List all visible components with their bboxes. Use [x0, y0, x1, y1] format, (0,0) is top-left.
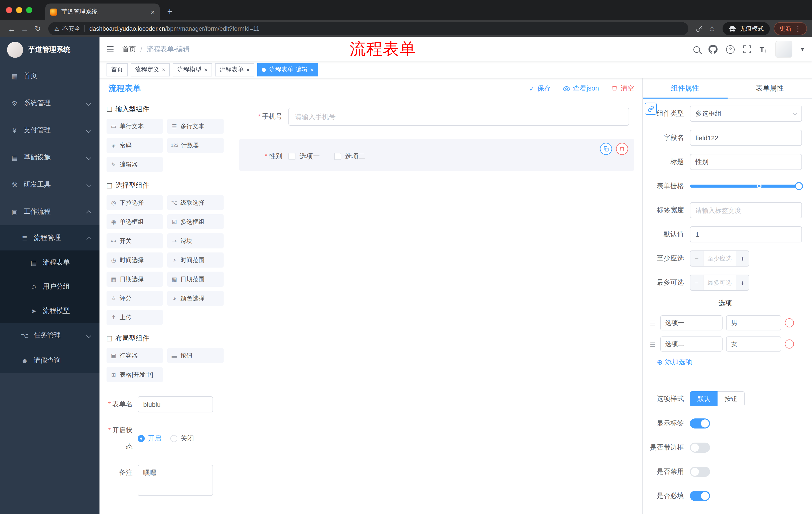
- zoom-window-button[interactable]: [26, 7, 32, 13]
- copy-component-button[interactable]: [600, 143, 612, 155]
- option-name-input[interactable]: [660, 336, 723, 352]
- phone-input[interactable]: [288, 108, 629, 126]
- new-tab-button[interactable]: [163, 4, 177, 19]
- component-row-container[interactable]: ▣行容器: [107, 348, 163, 363]
- close-icon[interactable]: [204, 66, 207, 73]
- form-name-input[interactable]: [138, 396, 213, 412]
- forward-button[interactable]: [18, 22, 31, 35]
- option-name-input[interactable]: [660, 315, 723, 330]
- view-json-button[interactable]: 查看json: [563, 84, 599, 93]
- sidebar-item-process-model[interactable]: ➤ 流程模型: [0, 299, 99, 323]
- minimize-window-button[interactable]: [16, 7, 22, 13]
- close-icon[interactable]: [310, 66, 314, 73]
- sidebar-item-system-management[interactable]: ⚙ 系统管理: [0, 89, 99, 117]
- help-icon[interactable]: [726, 45, 735, 54]
- component-single-line-text[interactable]: ▭单行文本: [107, 119, 163, 134]
- fullscreen-icon[interactable]: [743, 45, 751, 53]
- show-label-switch[interactable]: [690, 418, 710, 429]
- decrease-button[interactable]: [690, 251, 703, 266]
- component-date-range[interactable]: ▩日期范围: [167, 272, 224, 287]
- gender-option-1[interactable]: 选项一: [288, 152, 320, 161]
- remove-option-icon[interactable]: [785, 318, 794, 327]
- tag-process-form-edit[interactable]: 流程表单-编辑: [257, 63, 318, 76]
- increase-button[interactable]: [736, 275, 749, 290]
- back-button[interactable]: [5, 22, 18, 35]
- close-icon[interactable]: [246, 66, 250, 73]
- github-icon[interactable]: [708, 45, 718, 54]
- style-default-button[interactable]: 默认: [690, 391, 718, 406]
- component-counter[interactable]: 123计数器: [167, 138, 224, 153]
- sidebar-item-infrastructure[interactable]: ▤ 基础设施: [0, 144, 99, 171]
- tab-form-properties[interactable]: 表单属性: [727, 78, 812, 98]
- default-value-input[interactable]: [690, 226, 802, 242]
- status-off-label[interactable]: 关闭: [180, 434, 194, 443]
- breadcrumb-home[interactable]: 首页: [122, 45, 136, 54]
- component-checkbox-group[interactable]: ☑多选框组: [167, 214, 224, 229]
- address-bar[interactable]: 不安全 dashboard.yudao.iocoder.cn/bpm/manag…: [48, 22, 688, 35]
- avatar-caret-icon[interactable]: [801, 46, 804, 53]
- option-value-input[interactable]: [726, 336, 781, 352]
- clear-button[interactable]: 清空: [611, 84, 634, 93]
- component-table[interactable]: ⊞表格[开发中]: [107, 367, 163, 382]
- reload-button[interactable]: [31, 22, 44, 35]
- style-button-button[interactable]: 按钮: [718, 391, 745, 406]
- sidebar-item-payment-management[interactable]: ¥ 支付管理: [0, 117, 99, 144]
- component-editor[interactable]: ✎编辑器: [107, 157, 163, 172]
- component-button[interactable]: ▬按钮: [167, 348, 224, 363]
- save-button[interactable]: 保存: [529, 84, 551, 93]
- close-icon[interactable]: [162, 66, 165, 73]
- status-on-label[interactable]: 开启: [148, 434, 161, 443]
- tag-home[interactable]: 首页: [107, 63, 127, 76]
- app-logo[interactable]: 芋道管理系统: [0, 37, 99, 62]
- form-grid-slider[interactable]: [690, 178, 802, 194]
- gender-option-2[interactable]: 选项二: [334, 152, 365, 161]
- component-multi-line-text[interactable]: ☰多行文本: [167, 119, 224, 134]
- key-icon[interactable]: [692, 22, 705, 35]
- browser-menu-icon[interactable]: [794, 25, 802, 33]
- tag-process-form[interactable]: 流程表单: [215, 63, 254, 76]
- tag-process-definition[interactable]: 流程定义: [130, 63, 170, 76]
- border-switch[interactable]: [690, 442, 710, 453]
- tab-component-properties[interactable]: 组件属性: [643, 78, 727, 98]
- component-cascader[interactable]: ⌥级联选择: [167, 195, 224, 210]
- delete-component-button[interactable]: [616, 143, 628, 155]
- checkbox[interactable]: [288, 153, 295, 160]
- status-on-radio[interactable]: [138, 435, 145, 442]
- component-date-picker[interactable]: ▦日期选择: [107, 272, 163, 287]
- required-switch[interactable]: [690, 491, 710, 501]
- sidebar-item-process-form[interactable]: ▤ 流程表单: [0, 250, 99, 275]
- component-time-range[interactable]: ◔时间范围: [167, 252, 224, 268]
- field-name-input[interactable]: [690, 130, 802, 146]
- component-dropdown-select[interactable]: ◎下拉选择: [107, 195, 163, 210]
- component-slider[interactable]: ⊸滑块: [167, 233, 224, 248]
- tag-process-model[interactable]: 流程模型: [173, 63, 212, 76]
- decrease-button[interactable]: [690, 275, 703, 290]
- tab-close-icon[interactable]: [151, 8, 155, 16]
- sidebar-item-dev-tools[interactable]: ⚒ 研发工具: [0, 171, 99, 198]
- add-option-button[interactable]: 添加选项: [657, 358, 802, 367]
- component-upload[interactable]: ↥上传: [107, 310, 163, 325]
- disabled-switch[interactable]: [690, 467, 710, 477]
- sidebar-item-process-management[interactable]: ≣ 流程管理: [0, 225, 99, 250]
- remark-textarea[interactable]: 嘿嘿: [138, 465, 213, 496]
- slider-handle[interactable]: [795, 182, 803, 190]
- component-rate[interactable]: ☆评分: [107, 291, 163, 306]
- drag-handle-icon[interactable]: [649, 319, 657, 327]
- browser-tab[interactable]: 芋道管理系统: [45, 3, 160, 20]
- component-switch[interactable]: ⊶开关: [107, 233, 163, 248]
- sidebar-item-user-group[interactable]: ☺ 用户分组: [0, 275, 99, 299]
- increase-button[interactable]: [736, 251, 749, 266]
- drag-handle-icon[interactable]: [649, 340, 657, 348]
- update-button[interactable]: 更新: [774, 22, 807, 35]
- sidebar-item-workflow[interactable]: ▣ 工作流程: [0, 198, 99, 225]
- bookmark-star-icon[interactable]: [705, 22, 719, 35]
- component-radio-group[interactable]: ◉单选框组: [107, 214, 163, 229]
- checkbox[interactable]: [334, 153, 341, 160]
- title-input[interactable]: [690, 154, 802, 170]
- font-size-icon[interactable]: [760, 45, 767, 54]
- component-time-picker[interactable]: ◷时间选择: [107, 252, 163, 268]
- status-off-radio[interactable]: [170, 435, 177, 442]
- option-value-input[interactable]: [726, 315, 781, 330]
- max-select-input[interactable]: [703, 275, 736, 290]
- label-width-input[interactable]: [690, 202, 802, 218]
